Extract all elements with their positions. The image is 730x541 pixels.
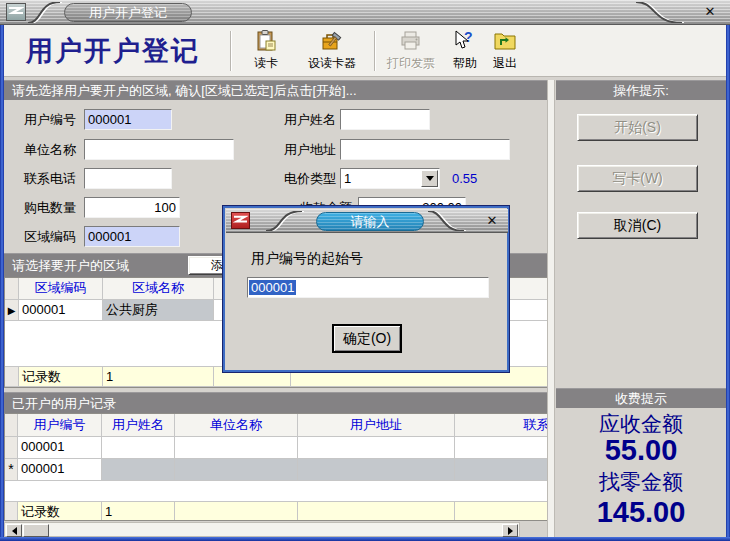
- toolbar-separator: [374, 31, 375, 71]
- price-type-dropdown-button[interactable]: [421, 170, 438, 187]
- opened-footer-cell: [298, 501, 455, 521]
- opened-table-corner: [5, 414, 18, 437]
- scroll-left-button[interactable]: [6, 524, 22, 537]
- opened-footer-count: 1: [102, 501, 175, 521]
- price-rate-value: 0.55: [452, 171, 477, 186]
- opened-cell: [175, 459, 298, 481]
- region-code-field[interactable]: [84, 226, 180, 247]
- user-addr-label: 用户地址: [284, 142, 336, 158]
- opened-col-header-id[interactable]: 用户编号: [18, 414, 102, 437]
- toolbar-button-label: 退出: [493, 55, 517, 71]
- due-amount-value: 55.00: [556, 434, 726, 467]
- opened-cell: [102, 437, 175, 459]
- cancel-button[interactable]: 取消(C): [577, 212, 698, 239]
- user-name-field[interactable]: [340, 109, 430, 130]
- opened-row-selector[interactable]: [5, 437, 18, 459]
- toolbar-button-label: 读卡: [254, 55, 278, 71]
- opened-cell: [175, 437, 298, 459]
- fee-panel-header: 收费提示: [556, 388, 726, 408]
- application-window: 用户开户登记 ✕ 用户开户登记 读卡: [0, 0, 730, 541]
- user-addr-field[interactable]: [340, 139, 510, 160]
- region-col-header-code[interactable]: 区域编码: [19, 278, 103, 300]
- region-table-corner: [5, 278, 19, 300]
- scroll-right-button[interactable]: [502, 524, 518, 537]
- purchase-qty-label: 购电数量: [24, 200, 76, 216]
- swoosh-decoration: [428, 211, 470, 231]
- help-icon: ?: [453, 29, 477, 53]
- app-logo-icon: [6, 3, 26, 21]
- dialog-title: 请输入: [316, 212, 424, 231]
- opened-col-header-phone[interactable]: 联系电话: [455, 414, 549, 437]
- ok-button[interactable]: 确定(O): [333, 325, 401, 352]
- toolbar-button-help[interactable]: ? 帮助: [445, 29, 485, 75]
- printer-icon: [399, 29, 423, 53]
- unit-name-label: 单位名称: [24, 142, 76, 158]
- region-code-label: 区域编码: [24, 229, 76, 245]
- instruction-bar: 请先选择用户要开户的区域, 确认[区域已选定]后点击[开始]...: [4, 80, 549, 100]
- toolbar-button-label: 设读卡器: [308, 55, 356, 71]
- region-cell-code[interactable]: 000001: [19, 300, 103, 321]
- window-titlebar[interactable]: 用户开户登记 ✕: [0, 0, 730, 25]
- opened-cell: [102, 459, 175, 481]
- window-border: [726, 25, 730, 537]
- opened-section-header: 已开户的用户记录: [4, 392, 549, 413]
- dialog-prompt: 用户编号的起始号: [251, 250, 363, 268]
- toolbar-button-label: 帮助: [453, 55, 477, 71]
- toolbar-button-read-card[interactable]: 读卡: [238, 29, 294, 75]
- region-footer-count: 1: [103, 366, 214, 387]
- horizontal-scrollbar[interactable]: [4, 522, 520, 537]
- toolbar-button-label: 打印发票: [387, 55, 435, 71]
- opened-users-table: 用户编号 用户姓名 单位名称 用户地址 联系电话 000001 * 000001…: [4, 413, 549, 521]
- dialog-titlebar[interactable]: 请输入 ✕: [226, 209, 508, 233]
- region-col-header-name[interactable]: 区域名称: [103, 278, 214, 300]
- chevron-down-icon: [426, 176, 434, 181]
- unit-name-field[interactable]: [84, 139, 234, 160]
- swoosh-decoration: [28, 2, 66, 23]
- scrollbar-thumb[interactable]: [23, 524, 49, 537]
- opened-footer-label: 记录数: [18, 501, 102, 521]
- current-row-marker: ▶: [8, 305, 16, 316]
- opened-cell-id[interactable]: 000001: [18, 437, 102, 459]
- opened-footer-selector: [5, 501, 18, 521]
- opened-row-selector[interactable]: *: [5, 459, 18, 481]
- purchase-qty-field[interactable]: [84, 197, 180, 218]
- panel-splitter[interactable]: [547, 80, 555, 537]
- change-amount-value: 145.00: [556, 496, 726, 529]
- write-card-button: 写卡(W): [577, 165, 698, 192]
- toolbar-button-exit[interactable]: 退出: [485, 29, 525, 75]
- swoosh-decoration: [636, 2, 688, 23]
- read-card-icon: [254, 29, 278, 53]
- swoosh-decoration: [266, 211, 308, 231]
- selected-input-text: 000001: [249, 280, 296, 295]
- close-button[interactable]: ✕: [702, 3, 718, 21]
- opened-cell-id[interactable]: 000001: [18, 459, 102, 481]
- dialog-input[interactable]: 000001: [247, 277, 489, 298]
- ops-panel-header: 操作提示:: [556, 80, 726, 100]
- scroll-right-icon: [508, 527, 513, 535]
- price-type-label: 电价类型: [284, 171, 336, 187]
- opened-cell: [455, 459, 549, 481]
- dialog-close-button[interactable]: ✕: [484, 212, 500, 230]
- change-amount-label: 找零金额: [556, 468, 726, 496]
- start-button: 开始(S): [577, 114, 698, 141]
- new-row-marker: *: [8, 461, 13, 477]
- phone-field[interactable]: [84, 168, 172, 189]
- region-cell-name[interactable]: 公共厨房: [103, 300, 214, 321]
- opened-col-header-addr[interactable]: 用户地址: [298, 414, 455, 437]
- toolbar-button-print-invoice: 打印发票: [380, 29, 442, 75]
- opened-col-header-unit[interactable]: 单位名称: [175, 414, 298, 437]
- user-id-field[interactable]: [84, 109, 172, 130]
- opened-footer-cell: [455, 501, 549, 521]
- page-title: 用户开户登记: [26, 33, 200, 69]
- user-id-label: 用户编号: [24, 112, 76, 128]
- region-footer-label: 记录数: [19, 366, 103, 387]
- opened-col-header-name[interactable]: 用户姓名: [102, 414, 175, 437]
- window-border: [0, 537, 730, 541]
- window-title: 用户开户登记: [64, 3, 192, 22]
- toolbar: 用户开户登记 读卡: [4, 25, 726, 77]
- toolbar-button-set-reader[interactable]: 设读卡器: [298, 29, 366, 75]
- svg-text:?: ?: [464, 29, 473, 45]
- user-name-label: 用户姓名: [284, 112, 336, 128]
- region-row-selector[interactable]: ▶: [5, 300, 19, 321]
- opened-cell: [298, 459, 455, 481]
